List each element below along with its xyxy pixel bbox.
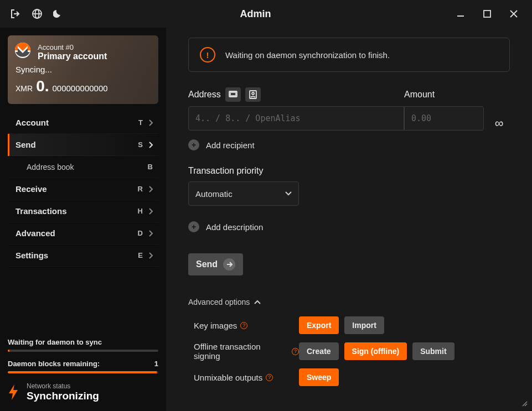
- priority-label: Transaction priority: [188, 166, 510, 176]
- address-book-icon[interactable]: [245, 87, 261, 102]
- help-icon[interactable]: ?: [266, 374, 273, 381]
- maximize-button[interactable]: [476, 6, 499, 22]
- account-sync-status: Syncing...: [16, 65, 151, 74]
- daemon-blocks-progress: Daemon blocks remaining: 1: [8, 360, 158, 373]
- sign-offline-button[interactable]: Sign (offline): [344, 342, 407, 360]
- plus-icon: +: [188, 221, 199, 232]
- key-images-label: Key images ?: [188, 321, 299, 330]
- amount-all-button[interactable]: ∞: [488, 116, 510, 131]
- moon-icon[interactable]: [53, 9, 62, 18]
- minimize-button[interactable]: [449, 6, 472, 22]
- help-icon[interactable]: ?: [292, 348, 299, 355]
- amount-label: Amount: [404, 90, 435, 100]
- nav-settings[interactable]: Settings E: [8, 244, 158, 267]
- account-name: Primary account: [38, 51, 151, 61]
- monero-logo-icon: [14, 42, 31, 59]
- export-button[interactable]: Export: [299, 316, 339, 334]
- plus-icon: +: [188, 139, 199, 150]
- advanced-toggle[interactable]: Advanced options: [188, 298, 510, 306]
- nav-advanced[interactable]: Advanced D: [8, 222, 158, 244]
- resize-grip-icon[interactable]: [521, 400, 529, 408]
- resolve-icon[interactable]: [225, 87, 241, 102]
- nav-send[interactable]: Send S: [8, 134, 158, 156]
- nav-transactions[interactable]: Transactions H: [8, 200, 158, 222]
- chevron-right-icon: [148, 119, 153, 126]
- unmixable-label: Unmixable outputs ?: [188, 373, 299, 382]
- address-label: Address: [188, 90, 221, 100]
- banner-text: Waiting on daemon synchronization to fin…: [225, 50, 390, 60]
- chevron-down-icon: [285, 191, 292, 196]
- bolt-icon: [8, 384, 19, 400]
- amount-input[interactable]: [404, 106, 484, 131]
- sidebar: Account #0 Primary account Syncing... XM…: [0, 28, 166, 411]
- priority-select[interactable]: Automatic: [188, 181, 299, 206]
- warning-icon: !: [200, 47, 215, 63]
- logout-icon[interactable]: [10, 9, 21, 19]
- chevron-right-icon: [148, 186, 153, 193]
- svg-point-8: [252, 92, 254, 95]
- address-input[interactable]: [188, 106, 404, 131]
- nav-address-book[interactable]: Address book B: [8, 156, 158, 178]
- chevron-right-icon: [148, 230, 153, 237]
- chevron-up-icon: [254, 300, 261, 304]
- chevron-right-icon: [148, 142, 153, 148]
- create-button[interactable]: Create: [299, 342, 339, 360]
- send-button[interactable]: Send: [188, 253, 243, 275]
- account-balance: XMR 0.000000000000: [16, 77, 151, 95]
- offline-signing-label: Offline transaction signing ?: [188, 342, 299, 361]
- main-content: ! Waiting on daemon synchronization to f…: [166, 28, 532, 411]
- help-icon[interactable]: ?: [240, 322, 247, 329]
- nav-receive[interactable]: Receive R: [8, 178, 158, 200]
- svg-rect-6: [230, 92, 236, 96]
- nav-menu: Account T Send S Address book B Receive …: [8, 112, 158, 267]
- infinity-icon: ∞: [495, 116, 504, 131]
- close-button[interactable]: [502, 6, 525, 22]
- import-button[interactable]: Import: [344, 316, 384, 334]
- svg-rect-2: [457, 15, 464, 17]
- account-card[interactable]: Account #0 Primary account Syncing... XM…: [8, 35, 158, 104]
- chevron-right-icon: [148, 208, 153, 215]
- titlebar: Admin: [0, 0, 532, 28]
- add-description-link[interactable]: + Add description: [188, 221, 510, 232]
- arrow-right-icon: [223, 258, 235, 270]
- daemon-wait-progress: Waiting for daemon to sync: [8, 338, 158, 352]
- add-recipient-link[interactable]: + Add recipient: [188, 139, 510, 150]
- submit-button[interactable]: Submit: [412, 342, 454, 360]
- nav-account[interactable]: Account T: [8, 112, 158, 134]
- network-status[interactable]: Network status Synchronizing: [8, 382, 158, 402]
- sweep-button[interactable]: Sweep: [299, 368, 339, 386]
- svg-rect-3: [484, 11, 490, 17]
- chevron-right-icon: [148, 252, 153, 259]
- globe-icon[interactable]: [32, 9, 42, 19]
- window-title: Admin: [62, 8, 449, 20]
- sync-banner: ! Waiting on daemon synchronization to f…: [188, 38, 510, 72]
- account-number: Account #0: [38, 43, 151, 51]
